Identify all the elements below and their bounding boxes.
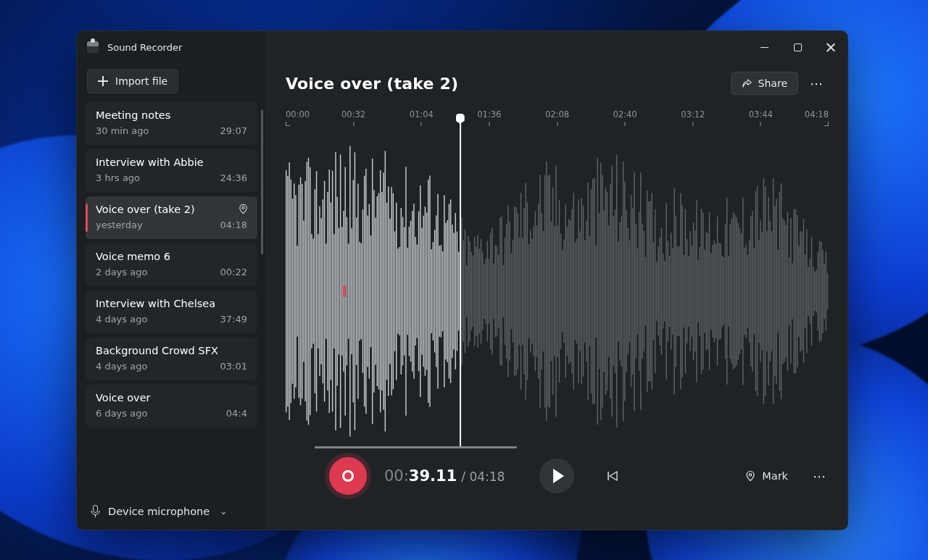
recording-item[interactable]: Background Crowd SFX4 days ago03:01 bbox=[86, 338, 257, 380]
location-marker-icon bbox=[745, 470, 756, 482]
timeline-tick: 00:32 bbox=[341, 109, 365, 126]
recordings-list: Meeting notes30 min ago29:07Interview wi… bbox=[77, 102, 266, 495]
waveform-scrollbar[interactable] bbox=[315, 446, 517, 448]
recording-item-duration: 00:22 bbox=[220, 267, 247, 277]
recording-item-title: Interview with Chelsea bbox=[96, 298, 247, 309]
record-icon bbox=[342, 470, 354, 482]
timeline-marker[interactable] bbox=[343, 285, 346, 297]
tick-label: 02:08 bbox=[545, 109, 569, 120]
more-options-button[interactable]: ⋯ bbox=[805, 73, 829, 94]
recording-item-when: 4 days ago bbox=[96, 314, 147, 325]
time-current: 39.11 bbox=[409, 467, 457, 485]
waveform-area[interactable] bbox=[286, 135, 829, 447]
chevron-down-icon: ⌄ bbox=[220, 506, 227, 517]
share-label: Share bbox=[758, 78, 787, 89]
plus-icon bbox=[98, 76, 108, 86]
recording-item[interactable]: Meeting notes30 min ago29:07 bbox=[86, 102, 257, 145]
tick-label: 02:40 bbox=[613, 109, 637, 120]
import-label: Import file bbox=[115, 75, 167, 87]
waveform-canvas bbox=[286, 135, 829, 447]
minimize-icon bbox=[761, 47, 768, 48]
svg-rect-1 bbox=[94, 506, 98, 513]
time-total: 04:18 bbox=[469, 469, 505, 484]
recording-item[interactable]: Voice over (take 2)yesterday04:18 bbox=[86, 196, 257, 239]
recording-item[interactable]: Interview with Chelsea4 days ago37:49 bbox=[86, 291, 257, 333]
recording-item-title: Meeting notes bbox=[96, 109, 247, 121]
minimize-button[interactable] bbox=[747, 31, 781, 63]
play-button[interactable] bbox=[539, 459, 574, 493]
main-pane: Voice over (take 2) Share ⋯ 00:0000:3201… bbox=[267, 31, 848, 530]
recording-item-when: yesterday bbox=[96, 220, 143, 230]
recording-item[interactable]: Voice over6 days ago04:4 bbox=[86, 385, 257, 427]
recording-item-when: 4 days ago bbox=[96, 361, 147, 372]
recording-item-when: 30 min ago bbox=[96, 125, 149, 136]
app-icon bbox=[87, 41, 99, 53]
playhead[interactable] bbox=[460, 121, 461, 447]
window-controls bbox=[267, 31, 848, 63]
recording-item-duration: 24:36 bbox=[220, 172, 247, 183]
titlebar-left: Sound Recorder bbox=[77, 31, 266, 63]
recording-item[interactable]: Voice memo 62 days ago00:22 bbox=[86, 243, 257, 286]
recording-item-title: Voice memo 6 bbox=[96, 251, 247, 262]
timeline-tick: 01:36 bbox=[477, 109, 501, 126]
tick-label: 04:18 bbox=[805, 109, 829, 120]
tick-label: 03:44 bbox=[749, 109, 773, 120]
time-prefix: 00: bbox=[384, 467, 409, 485]
app-window: Sound Recorder Import file Meeting notes… bbox=[76, 30, 848, 530]
skip-start-icon bbox=[606, 469, 619, 482]
app-title: Sound Recorder bbox=[107, 42, 182, 53]
recording-title: Voice over (take 2) bbox=[286, 75, 458, 93]
transport-more-button[interactable]: ⋯ bbox=[811, 466, 829, 487]
sidebar: Sound Recorder Import file Meeting notes… bbox=[77, 31, 267, 530]
time-display: 00:39.11 / 04:18 bbox=[384, 467, 505, 485]
timeline-tick: 03:12 bbox=[681, 109, 705, 126]
maximize-icon bbox=[794, 43, 802, 51]
close-icon bbox=[826, 43, 835, 51]
tick-label: 01:04 bbox=[410, 109, 434, 120]
import-file-button[interactable]: Import file bbox=[87, 69, 178, 93]
recording-item-duration: 04:18 bbox=[220, 220, 247, 230]
device-label: Device microphone bbox=[108, 506, 210, 517]
timeline-ruler[interactable]: 00:0000:3201:0401:3602:0802:4003:1203:44… bbox=[286, 109, 829, 131]
tick-label: 00:00 bbox=[286, 109, 310, 120]
recording-item-when: 3 hrs ago bbox=[96, 172, 140, 183]
recording-item-when: 6 days ago bbox=[96, 408, 147, 419]
sidebar-scrollbar[interactable] bbox=[261, 109, 263, 254]
recording-item-duration: 03:01 bbox=[220, 361, 247, 372]
input-device-selector[interactable]: Device microphone ⌄ bbox=[77, 495, 266, 522]
recording-item-title: Voice over (take 2) bbox=[96, 204, 247, 215]
add-marker-button[interactable]: Mark bbox=[739, 466, 794, 486]
microphone-icon bbox=[90, 505, 101, 518]
timeline-tick: 03:44 bbox=[749, 109, 773, 126]
recording-item-duration: 29:07 bbox=[220, 125, 247, 136]
recording-item-when: 2 days ago bbox=[96, 267, 147, 277]
timeline-tick: 01:04 bbox=[410, 109, 434, 126]
share-icon bbox=[742, 78, 753, 89]
mark-label: Mark bbox=[762, 470, 788, 482]
maximize-button[interactable] bbox=[781, 31, 814, 63]
share-button[interactable]: Share bbox=[731, 72, 798, 95]
timeline-tick: 02:08 bbox=[545, 109, 569, 126]
tick-label: 03:12 bbox=[681, 109, 705, 120]
timeline-tick: 00:00 bbox=[286, 109, 310, 126]
timeline-tick: 04:18 bbox=[805, 109, 829, 126]
recording-item[interactable]: Interview with Abbie3 hrs ago24:36 bbox=[86, 149, 257, 192]
recording-item-title: Interview with Abbie bbox=[96, 156, 247, 168]
timeline-tick: 02:40 bbox=[613, 109, 637, 126]
svg-point-0 bbox=[242, 206, 244, 209]
location-marker-icon bbox=[238, 204, 249, 214]
recording-item-duration: 37:49 bbox=[220, 314, 247, 325]
recording-item-title: Voice over bbox=[96, 392, 247, 404]
svg-point-4 bbox=[750, 474, 752, 476]
play-icon bbox=[553, 469, 564, 483]
transport-bar: 00:39.11 / 04:18 Mark ⋯ bbox=[267, 447, 848, 508]
record-button[interactable] bbox=[329, 457, 367, 495]
recording-item-title: Background Crowd SFX bbox=[96, 345, 247, 356]
skip-to-start-button[interactable] bbox=[600, 464, 625, 488]
close-button[interactable] bbox=[814, 31, 848, 63]
tick-label: 01:36 bbox=[477, 109, 501, 120]
content-header: Voice over (take 2) Share ⋯ bbox=[267, 63, 848, 99]
tick-label: 00:32 bbox=[341, 109, 365, 120]
recording-item-duration: 04:4 bbox=[226, 408, 247, 419]
